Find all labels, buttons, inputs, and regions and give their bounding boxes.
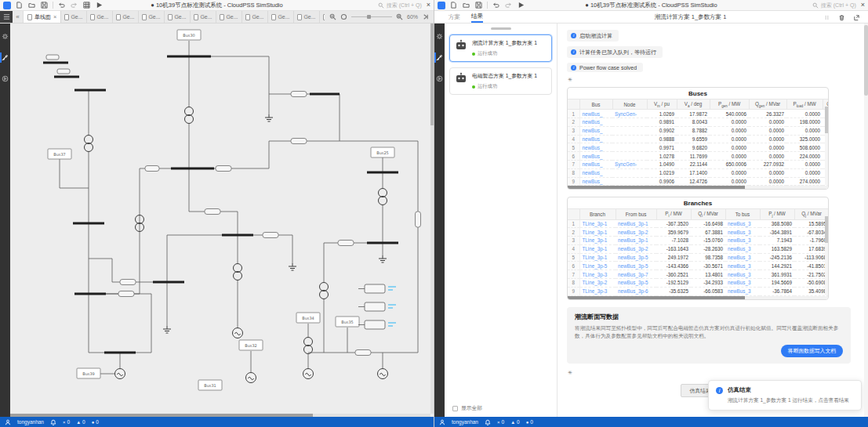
table-link[interactable]: newBus_ [579, 177, 612, 186]
design-tools-icon[interactable] [434, 52, 445, 63]
table-link[interactable]: newBus_3p-5 [616, 262, 656, 270]
bus-bars[interactable] [73, 56, 398, 353]
table-link[interactable]: TLine_3p-1 [579, 244, 616, 253]
design-tools-icon[interactable] [0, 52, 10, 63]
table-row[interactable]: 6TLine_3p-5newBus_3p-5-143.4366-30.5671n… [568, 262, 829, 270]
table-link[interactable]: newBus_ [579, 135, 612, 143]
line-components[interactable] [118, 92, 421, 356]
table-link[interactable]: newBus_3p-6 [616, 287, 656, 295]
save-icon[interactable] [474, 1, 483, 9]
table-link[interactable]: newBus_3p-5 [616, 279, 656, 288]
info-count[interactable]: ●0 [92, 419, 99, 425]
table-row[interactable]: 4newBus_0.98889.65590.00000.0000325.0000… [568, 135, 829, 143]
table-link[interactable]: newBus_3p-2 [616, 228, 656, 237]
table-link[interactable]: newBus_3 [725, 237, 760, 245]
editor-tab[interactable]: Ge... [139, 11, 165, 23]
table-link[interactable]: TLine_3p-1 [579, 219, 616, 228]
table-row[interactable]: 9TLine_3p-3newBus_3p-6-35.6325-66.0583ne… [568, 287, 829, 295]
panel-drag-handle[interactable] [491, 27, 511, 30]
delete-result-icon[interactable] [838, 10, 845, 24]
table-link[interactable]: newBus_ [579, 160, 612, 168]
editor-tab[interactable]: Ge... [268, 11, 294, 23]
table-link[interactable]: newBus_3 [725, 228, 760, 237]
table-link[interactable]: newBus_3 [725, 262, 760, 270]
table-row[interactable]: 2TLine_3p-1newBus_3p-2359.967967.3881new… [568, 228, 829, 237]
table-link[interactable]: TLine_3p-1 [579, 237, 616, 245]
warning-count[interactable]: ▲0 [76, 419, 85, 425]
editor-tab[interactable]: Ge... [87, 11, 113, 23]
branches-table[interactable]: BranchFrom busPi / MWQi / MVarTo busPj /… [568, 208, 829, 295]
table-link[interactable]: newBus_ [579, 143, 612, 152]
table-link[interactable]: newBus_3p-1 [616, 237, 656, 245]
table-link[interactable]: TLine_3p-1 [579, 253, 616, 262]
table-row[interactable]: 7newBus_SyncGen-1.049022.1144650.0006227… [568, 160, 829, 168]
search-box[interactable]: 搜索 (Ctrl + Q) [378, 2, 422, 9]
settings-gear-icon[interactable] [434, 31, 445, 42]
table-link[interactable]: TLine_3p-2 [579, 279, 616, 288]
table-link[interactable]: newBus_3p-2 [616, 244, 656, 253]
simulation-run-icon[interactable] [434, 74, 445, 84]
table-link[interactable]: newBus_ [579, 110, 612, 118]
table-link[interactable]: newBus_3 [725, 219, 760, 228]
table-link[interactable]: newBus_ [579, 126, 612, 135]
tab-result[interactable]: 结果 [471, 11, 483, 23]
open-in-new-icon[interactable] [853, 10, 860, 24]
table-link[interactable]: newBus_ [579, 168, 612, 177]
writeback-button[interactable]: 将断面数据写入文档 [781, 345, 843, 357]
new-file-icon[interactable] [449, 1, 458, 9]
run-icon[interactable] [95, 1, 104, 9]
tab-close-icon[interactable]: × [53, 13, 56, 20]
notification-toast[interactable]: 仿真结束 潮流计算方案 1_参数方案 1 运行结束，点击查看结果 [708, 380, 862, 411]
app-logo-icon[interactable] [438, 2, 445, 9]
panel-toggle-button[interactable] [0, 11, 13, 23]
table-link[interactable]: SyncGen- [612, 160, 647, 168]
generator-symbols[interactable] [115, 328, 388, 383]
tab-plan[interactable]: 方案 [449, 11, 460, 23]
zoom-in-icon[interactable] [396, 13, 403, 20]
redo-icon[interactable] [70, 1, 78, 9]
error-count[interactable]: ×0 [497, 419, 504, 425]
zoom-out-icon[interactable] [329, 13, 336, 20]
user-icon[interactable] [5, 419, 11, 425]
run-icon[interactable] [517, 1, 525, 9]
editor-tab[interactable]: Ge... [113, 11, 139, 23]
table-row[interactable]: 1TLine_3p-1newBus_3p-1-367.3520-16.6498n… [568, 219, 829, 228]
editor-tab[interactable]: Ge... [61, 11, 87, 23]
table-link[interactable]: TLine_3p-3 [579, 287, 616, 295]
editor-tab[interactable]: Ge... [216, 11, 242, 23]
fit-view-icon[interactable] [340, 13, 347, 20]
editor-tab[interactable]: Ge... [242, 11, 268, 23]
table-row[interactable]: 3newBus_0.99028.78820.00000.00000.0000 [568, 126, 829, 135]
app-logo-icon[interactable] [3, 2, 11, 9]
table-vertical-scrollbar[interactable] [825, 216, 828, 295]
table-row[interactable]: 6newBus_1.027811.76990.00000.0000224.000… [568, 152, 829, 161]
table-row[interactable]: 8TLine_3p-2newBus_3p-5-192.5129-34.2933n… [568, 279, 829, 288]
table-link[interactable]: newBus_3 [725, 270, 760, 279]
open-project-icon[interactable] [462, 1, 470, 9]
table-link[interactable]: newBus_3 [725, 253, 760, 262]
simulation-run-icon[interactable] [0, 74, 10, 84]
search-box[interactable]: 搜索 (Ctrl + Q) [812, 2, 856, 9]
diagram-canvas[interactable]: Bus30 Bus37 Bus39 Bus34 Bus35 Bus32 Bus2… [10, 24, 434, 417]
grid-icon[interactable] [82, 1, 91, 9]
table-link[interactable]: TLine_3p-5 [579, 262, 616, 270]
table-row[interactable]: 5TLine_3p-1newBus_3p-5249.197298.7358new… [568, 253, 829, 262]
show-all-checkbox[interactable]: 显示全部 [452, 404, 482, 412]
user-icon[interactable] [439, 419, 445, 425]
settings-gear-icon[interactable] [0, 31, 10, 42]
undo-icon[interactable] [492, 1, 500, 9]
table-row[interactable]: 5newBus_0.99719.68200.00000.0000508.6000… [568, 143, 829, 152]
table-row[interactable]: 8newBus_1.021917.14000.00000.00000.0000 [568, 168, 829, 177]
editor-tab[interactable]: Ge... [165, 11, 191, 23]
table-row[interactable]: 2newBus_0.98918.00430.00000.0000198.0000… [568, 118, 829, 127]
table-link[interactable]: SyncGen- [612, 110, 647, 118]
table-horizontal-scrollbar[interactable] [568, 296, 828, 299]
close-icon[interactable]: × [861, 2, 865, 9]
bus-label[interactable]: Bus30 Bus37 Bus39 Bus34 Bus35 Bus32 Bus2… [48, 30, 394, 390]
bell-icon[interactable] [50, 419, 56, 425]
save-icon[interactable] [40, 1, 49, 9]
tab-diagram[interactable]: 单线图 × [24, 11, 61, 23]
table-horizontal-scrollbar[interactable] [568, 186, 828, 189]
table-link[interactable]: TLine_3p-1 [579, 228, 616, 237]
mini-bus-symbol[interactable] [43, 55, 79, 77]
